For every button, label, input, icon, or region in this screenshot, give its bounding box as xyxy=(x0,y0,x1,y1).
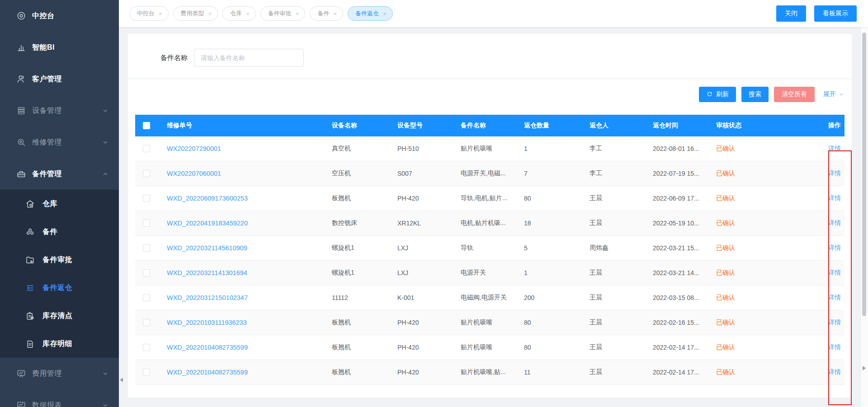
detail-link[interactable]: 详情 xyxy=(828,294,841,301)
status-badge: 已确认 xyxy=(716,145,735,152)
sidebar-item-label: 备件管理 xyxy=(32,169,62,179)
detail-link[interactable]: 详情 xyxy=(828,343,841,351)
audit-status-cell: 已确认 xyxy=(709,145,816,153)
order-number-link[interactable]: WXD_20220321145610909 xyxy=(167,244,247,252)
order-number-link[interactable]: WXD_20220321141301694 xyxy=(167,269,247,276)
tag-close-icon[interactable]: × xyxy=(246,10,250,17)
vertical-scrollbar-thumb[interactable] xyxy=(862,33,866,316)
search-button[interactable]: 搜索 xyxy=(741,87,769,102)
order-number-link[interactable]: WXD_20220104082735599 xyxy=(167,344,248,351)
breadcrumb-tags: 中控台×费用类型×仓库×备件审批×备件×备件返仓× xyxy=(129,6,393,21)
row-checkbox[interactable] xyxy=(143,369,150,376)
row-checkbox[interactable] xyxy=(143,195,150,202)
row-checkbox-cell xyxy=(135,145,158,152)
sidebar-item-smart-bi[interactable]: 智能BI xyxy=(0,32,119,63)
sidebar-item-reports[interactable]: 数据报表 xyxy=(0,389,119,407)
detail-link[interactable]: 详情 xyxy=(828,145,841,152)
sidebar-nav: 中控台智能BI客户管理设备管理维修管理备件管理仓库备件备件审批备件返仓库存清点库… xyxy=(0,0,119,407)
return-person-cell: 王晨 xyxy=(583,318,646,327)
order-number-link[interactable]: WXD_20220609173600253 xyxy=(167,195,248,202)
h-scroll-left-arrow-icon[interactable] xyxy=(120,378,123,382)
spare-parts-icon xyxy=(25,227,35,237)
tag-close-icon[interactable]: × xyxy=(208,10,212,17)
order-number-link[interactable]: WXD_20220312150102347 xyxy=(167,294,248,301)
audit-status-cell: 已确认 xyxy=(709,343,816,351)
clear-all-button[interactable]: 清空所有 xyxy=(774,87,815,102)
sidebar-item-customers[interactable]: 客户管理 xyxy=(0,63,119,95)
status-badge: 已确认 xyxy=(716,219,735,226)
tag-close-icon[interactable]: × xyxy=(383,10,387,17)
tag-close-icon[interactable]: × xyxy=(333,10,337,17)
h-scroll-right-arrow-icon[interactable] xyxy=(863,366,866,370)
sidebar-item-parts-mgmt[interactable]: 备件管理 xyxy=(0,158,119,190)
detail-link[interactable]: 详情 xyxy=(828,269,841,276)
table-row: WXD_20220321145610909螺旋机1LXJ导轨5周炜鑫2022-0… xyxy=(135,236,844,261)
detail-link[interactable]: 详情 xyxy=(828,368,841,375)
tag-close-icon[interactable]: × xyxy=(296,10,299,17)
row-checkbox[interactable] xyxy=(143,344,150,351)
row-checkbox[interactable] xyxy=(143,244,150,252)
detail-link[interactable]: 详情 xyxy=(828,194,841,201)
table-row: WXD_20220321141301694螺旋机1LXJ电源开关1王晨2022-… xyxy=(135,261,844,285)
row-checkbox[interactable] xyxy=(143,145,150,152)
device-model-cell: PH-510 xyxy=(391,145,454,152)
topbar-tag-warehouse[interactable]: 仓库× xyxy=(222,6,256,21)
sidebar-item-costs[interactable]: 费用管理 xyxy=(0,358,119,389)
sidebar-item-devices[interactable]: 设备管理 xyxy=(0,95,119,126)
sidebar-item-console[interactable]: 中控台 xyxy=(0,0,119,32)
audit-status-cell: 已确认 xyxy=(709,219,816,227)
device-model-cell: PH-420 xyxy=(391,319,454,326)
select-all-checkbox[interactable] xyxy=(143,122,150,129)
order-number-link[interactable]: WXD_20220104082735599 xyxy=(167,369,248,376)
row-checkbox[interactable] xyxy=(143,170,150,177)
sidebar-item-parts-approval[interactable]: 备件审批 xyxy=(0,246,119,274)
row-checkbox-cell xyxy=(135,244,158,252)
order-number-link[interactable]: WX202207290001 xyxy=(167,145,221,152)
status-badge: 已确认 xyxy=(716,244,735,251)
col-header-model: 设备型号 xyxy=(391,122,454,130)
board-display-button[interactable]: 看板展示 xyxy=(814,5,857,22)
order-number-link[interactable]: WXD_20220103111936233 xyxy=(167,319,247,326)
bi-icon xyxy=(16,42,26,52)
row-checkbox[interactable] xyxy=(143,294,150,301)
close-button[interactable]: 关闭 xyxy=(776,5,806,22)
row-checkbox[interactable] xyxy=(143,220,150,227)
detail-link[interactable]: 详情 xyxy=(828,219,841,226)
order-number-link[interactable]: WX202207060001 xyxy=(167,170,221,177)
sidebar-item-repairs[interactable]: 维修管理 xyxy=(0,126,119,158)
parts-name-input[interactable] xyxy=(194,49,304,67)
detail-link[interactable]: 详情 xyxy=(828,169,841,177)
sidebar-item-stock-detail[interactable]: 库存明细 xyxy=(0,330,119,358)
sidebar-item-parts-return[interactable]: 备件返仓 xyxy=(0,274,119,302)
return-time-cell: 2022-06-09 17... xyxy=(646,195,709,202)
topbar-tag-cost-type[interactable]: 费用类型× xyxy=(173,6,218,21)
sidebar-item-label: 费用管理 xyxy=(32,369,62,379)
detail-link[interactable]: 详情 xyxy=(828,318,841,326)
return-time-cell: 2022-03-21 14... xyxy=(646,269,709,276)
parts-icon xyxy=(16,169,26,179)
expand-toggle[interactable]: 展开 xyxy=(823,90,844,98)
sidebar-item-warehouse[interactable]: 仓库 xyxy=(0,190,119,218)
row-checkbox[interactable] xyxy=(143,269,150,276)
action-cell: 详情 xyxy=(816,269,844,277)
return-person-cell: 王晨 xyxy=(583,269,646,277)
return-person-cell: 王晨 xyxy=(583,368,646,376)
action-cell: 详情 xyxy=(816,343,844,351)
refresh-button[interactable]: 刷新 xyxy=(699,87,736,102)
vertical-scrollbar-track[interactable] xyxy=(860,27,868,407)
order-number-cell: WXD_20220321141301694 xyxy=(158,269,325,276)
tag-close-icon[interactable]: × xyxy=(159,10,162,17)
topbar-tag-console[interactable]: 中控台× xyxy=(129,6,169,21)
detail-link[interactable]: 详情 xyxy=(828,244,841,251)
topbar-tag-parts-approval[interactable]: 备件审批× xyxy=(260,6,306,21)
order-number-link[interactable]: WXD_20220419183459220 xyxy=(167,220,248,227)
sidebar-item-spare-parts[interactable]: 备件 xyxy=(0,218,119,246)
return-qty-cell: 11 xyxy=(517,369,583,376)
topbar-tag-parts-return[interactable]: 备件返仓× xyxy=(348,6,393,21)
row-checkbox[interactable] xyxy=(143,319,150,326)
devices-icon xyxy=(16,106,26,116)
col-header-person: 返仓人 xyxy=(583,122,646,130)
return-qty-cell: 7 xyxy=(517,170,583,177)
topbar-tag-parts[interactable]: 备件× xyxy=(310,6,343,21)
sidebar-item-stocktake[interactable]: 库存清点 xyxy=(0,302,119,330)
